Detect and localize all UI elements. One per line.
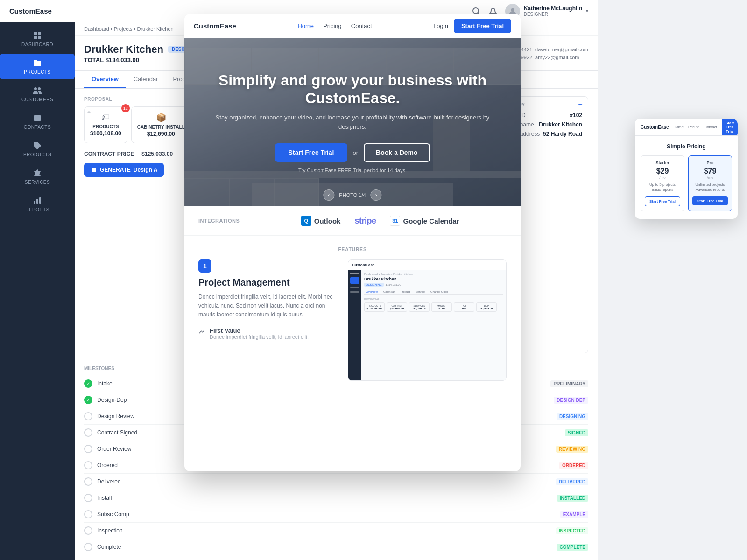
features-content: 1 Project Management Donec imperdiet fri… <box>198 259 507 381</box>
proposal-item-products[interactable]: 12 ✏ 🏷 PRODUCTS $100,108.00 <box>84 106 127 143</box>
sidebar-item-projects[interactable]: PROJECTS <box>0 54 75 79</box>
hero-buttons: Start Free Trial or Book a Demo <box>203 143 502 162</box>
mini-logo: CustomEase <box>352 263 374 267</box>
milestone-status-order-review: REVIEWING <box>556 446 588 453</box>
products-badge: 12 <box>121 104 130 112</box>
sidebar-item-reports[interactable]: REPORTS <box>0 191 75 217</box>
svg-point-0 <box>473 8 479 14</box>
mini-total: $134,033.00 <box>386 283 401 286</box>
hero-photo-label: PHOTO 1/4 <box>339 192 366 198</box>
generate-button[interactable]: GENERATE Design A <box>84 163 164 177</box>
tab-overview[interactable]: Overview <box>84 71 126 88</box>
mini-content: Dashboard • Projects • Drukker Kitchen D… <box>348 270 506 380</box>
sidebar-item-services[interactable]: SERVICES <box>0 164 75 189</box>
integration-google-calendar: 31 Google Calendar <box>390 216 459 226</box>
sidebar-item-dashboard[interactable]: DASHBOARD <box>0 26 75 52</box>
sidebar-label-customers: CUSTOMERS <box>21 97 53 102</box>
mini-app: CustomEase <box>348 260 506 380</box>
milestone-delivered[interactable]: Delivered DELIVERED <box>84 474 588 490</box>
landing-nav-home[interactable]: Home <box>297 22 314 29</box>
landing-nav-pricing[interactable]: Pricing <box>323 22 342 29</box>
pricing-card-pro-name: Pro <box>692 161 728 165</box>
sidebar-label-projects: PROJECTS <box>24 70 50 75</box>
milestone-complete[interactable]: Complete COMPLETE <box>84 539 588 555</box>
landing-overlay: CustomEase Home Pricing Contact Login St… <box>184 14 521 471</box>
milestone-check-inspection <box>84 526 92 535</box>
sidebar-label-reports: REPORTS <box>25 207 49 212</box>
milestone-name-subsc-comp: Subsc Comp <box>97 511 556 518</box>
sidebar-label-products: PRODUCTS <box>23 152 51 157</box>
milestone-status-install: INSTALLED <box>557 495 588 502</box>
milestone-subsc-comp[interactable]: Subsc Comp EXAMPLE <box>84 506 588 523</box>
milestone-inspection[interactable]: Inspection INSPECTED <box>84 523 588 539</box>
products-value: $100,108.00 <box>90 130 121 137</box>
svg-rect-6 <box>38 36 41 39</box>
milestone-status-design-dep: DESIGN DEP <box>554 397 588 404</box>
landing-start-free-trial-button[interactable]: Start Free Trial <box>454 19 511 33</box>
pricing-cards: Starter $29 /mo Up to 5 projects Basic r… <box>641 155 732 211</box>
mini-sidebar <box>348 270 361 380</box>
mini-tab-change-order: Change Order <box>429 289 450 294</box>
features-screenshot: CustomEase <box>348 259 507 381</box>
pricing-nav-contact[interactable]: Contact <box>704 125 717 129</box>
feature-value-desc: Donec imperdiet fringilla velit, id laor… <box>210 334 309 340</box>
features-text: 1 Project Management Donec imperdiet fri… <box>198 259 338 381</box>
sidebar-label-dashboard: DASHBOARD <box>21 42 53 47</box>
mini-top-bar: CustomEase <box>348 260 506 270</box>
sidebar-item-contacts[interactable]: CONTACTS <box>0 109 75 134</box>
milestone-check-subsc-comp <box>84 510 92 518</box>
hero-photo-nav: ‹ PHOTO 1/4 › <box>323 189 381 201</box>
sidebar-label-services: SERVICES <box>25 180 50 185</box>
products-icon: 🏷 <box>90 112 121 122</box>
mini-item-pct: PCT 0% <box>454 302 474 312</box>
pricing-card-pro: Pro $79 /mo Unlimited projects Advanced … <box>688 155 732 211</box>
sidebar-item-products[interactable]: PRODUCTS <box>0 136 75 162</box>
tab-calendar[interactable]: Calendar <box>126 71 166 88</box>
pricing-nav-pricing[interactable]: Pricing <box>688 125 699 129</box>
milestone-name-complete: Complete <box>97 544 552 550</box>
landing-logo: CustomEase <box>194 22 236 30</box>
hero-book-demo-button[interactable]: Book a Demo <box>364 143 430 162</box>
features-section: FEATURES 1 Project Management Donec impe… <box>184 236 521 471</box>
cabinetry-icon: 📦 <box>137 112 185 123</box>
milestone-check-delivered <box>84 477 92 486</box>
milestone-status-inspection: INSPECTED <box>556 527 588 534</box>
sidebar-item-customers[interactable]: CUSTOMERS <box>0 81 75 107</box>
edit-summary-icon[interactable]: ✏ <box>578 102 582 107</box>
pricing-card-pro-btn[interactable]: Start Free Trial <box>692 196 728 205</box>
milestone-install[interactable]: Install INSTALLED <box>84 490 588 506</box>
mini-main: Dashboard • Projects • Drukker Kitchen D… <box>361 270 506 380</box>
milestone-check-install <box>84 494 92 502</box>
design-a-label: Design A <box>134 167 158 173</box>
pricing-card-starter-btn[interactable]: Start Free Trial <box>645 196 680 206</box>
pricing-card-starter: Starter $29 /mo Up to 5 projects Basic r… <box>641 155 684 211</box>
user-info: Katherine McLaughlin DESIGNER <box>524 5 582 17</box>
milestone-check-complete <box>84 543 92 551</box>
milestone-check-design-review <box>84 412 92 420</box>
pricing-nav-home[interactable]: Home <box>674 125 684 129</box>
mini-proposal-label: PROPOSAL <box>364 298 503 301</box>
contract-price-label: CONTRACT PRICE <box>84 151 134 157</box>
mini-item-services-mini: SERVICES $8,336.74 <box>409 302 430 312</box>
hero-start-free-trial-button[interactable]: Start Free Trial <box>275 143 347 162</box>
hero-photo-next-button[interactable]: › <box>371 189 382 201</box>
hero-photo-prev-button[interactable]: ‹ <box>323 189 334 201</box>
pricing-logo: CustomEase <box>641 125 669 130</box>
user-role: DESIGNER <box>524 12 582 17</box>
landing-nav-contact[interactable]: Contact <box>351 22 372 29</box>
gcal-label: Google Calendar <box>403 217 459 225</box>
milestone-check-intake: ✓ <box>84 379 92 388</box>
svg-rect-4 <box>38 32 41 35</box>
mini-items-row: PRODUCTS $100,108.00 CAB INST $12,690.00… <box>364 302 503 312</box>
pricing-start-free-trial-button[interactable]: Start Free Trial <box>722 119 738 135</box>
sidebar: DASHBOARD PROJECTS CUSTOMERS CONTACTS PR… <box>0 22 75 560</box>
landing-login-link[interactable]: Login <box>433 22 448 29</box>
pricing-card-starter-feature-2: Basic reports <box>645 188 680 192</box>
hero-kitchen: Simplify and grow your business with Cus… <box>184 38 521 206</box>
proposal-item-cabinetry[interactable]: 11 📦 CABINETRY INSTALL $12,690.00 <box>131 106 191 143</box>
feature-value-1: First Value Donec imperdiet fringilla ve… <box>198 327 338 340</box>
pricing-card-starter-period: /mo <box>645 175 680 180</box>
outlook-label: Outlook <box>314 217 341 225</box>
milestone-check-contract-signed <box>84 428 92 437</box>
cabinetry-value: $12,690.00 <box>137 131 185 137</box>
